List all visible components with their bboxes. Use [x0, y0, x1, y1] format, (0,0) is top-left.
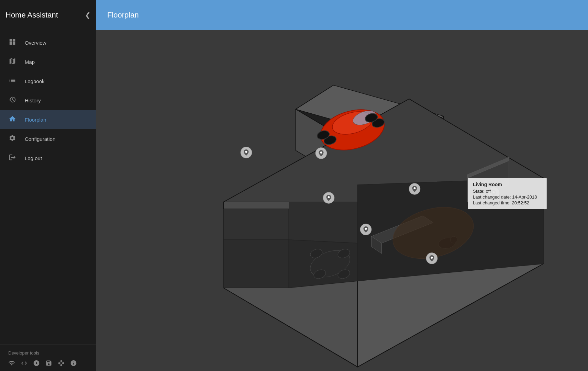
- sidebar-item-label-logout: Log out: [25, 155, 42, 161]
- history-icon: [8, 96, 16, 105]
- broadcast-icon[interactable]: [33, 360, 40, 368]
- code-icon[interactable]: [21, 360, 27, 368]
- floorplan-svg: |: [96, 30, 588, 371]
- svg-text:|: |: [498, 194, 499, 200]
- svg-marker-15: [289, 202, 358, 243]
- sidebar-item-label-logbook: Logbook: [25, 78, 45, 84]
- sidebar-item-logbook[interactable]: Logbook: [0, 71, 96, 91]
- app-title: Home Assistant: [5, 11, 58, 20]
- dev-tools-label: Developer tools: [8, 350, 88, 356]
- template-icon[interactable]: [58, 360, 65, 368]
- svg-marker-18: [224, 202, 289, 209]
- dev-tools-icons: [8, 360, 88, 368]
- pin-middle[interactable]: [323, 192, 334, 203]
- main-content: Floorplan: [96, 0, 588, 371]
- sidebar-item-label-overview: Overview: [25, 40, 46, 46]
- topbar: Floorplan: [96, 0, 588, 30]
- svg-point-42: [320, 151, 322, 154]
- svg-point-52: [431, 257, 433, 259]
- svg-point-46: [365, 228, 367, 230]
- sidebar: Home Assistant ❮ OverviewMapLogbookHisto…: [0, 0, 96, 371]
- logout-icon: [8, 154, 16, 163]
- page-title: Floorplan: [107, 11, 139, 20]
- svg-point-44: [328, 196, 330, 198]
- sidebar-item-map[interactable]: Map: [0, 52, 96, 71]
- pin-garage[interactable]: [316, 148, 327, 159]
- map-icon: [8, 57, 16, 67]
- sidebar-item-logout[interactable]: Log out: [0, 148, 96, 168]
- dev-tools-section: Developer tools: [0, 345, 96, 371]
- save-icon[interactable]: [45, 360, 52, 368]
- svg-point-48: [414, 187, 416, 189]
- sidebar-item-floorplan[interactable]: Floorplan: [0, 110, 96, 129]
- floorplan-icon: [8, 115, 16, 124]
- sidebar-item-label-floorplan: Floorplan: [25, 117, 46, 123]
- overview-icon: [8, 38, 16, 47]
- nav-items: OverviewMapLogbookHistoryFloorplanConfig…: [0, 30, 96, 345]
- floorplan-area[interactable]: | Living Room State: off Last changed da…: [96, 30, 588, 371]
- sidebar-header: Home Assistant ❮: [0, 0, 96, 30]
- svg-point-40: [245, 151, 247, 153]
- pin-center[interactable]: [426, 253, 437, 264]
- sidebar-item-label-map: Map: [25, 59, 35, 65]
- logbook-icon: [8, 77, 16, 86]
- pin-dining[interactable]: [360, 224, 371, 235]
- sidebar-item-label-history: History: [25, 98, 41, 103]
- collapse-icon[interactable]: ❮: [85, 11, 91, 19]
- info-icon[interactable]: [70, 360, 77, 368]
- svg-point-50: [493, 191, 495, 193]
- sidebar-item-configuration[interactable]: Configuration: [0, 129, 96, 148]
- sidebar-item-overview[interactable]: Overview: [0, 33, 96, 52]
- svg-marker-14: [224, 240, 289, 288]
- sidebar-item-label-configuration: Configuration: [25, 136, 55, 142]
- pin-room1[interactable]: [241, 147, 252, 158]
- configuration-icon: [8, 134, 16, 144]
- wifi-icon[interactable]: [8, 360, 15, 368]
- pin-hallway[interactable]: [409, 183, 420, 194]
- sidebar-item-history[interactable]: History: [0, 91, 96, 110]
